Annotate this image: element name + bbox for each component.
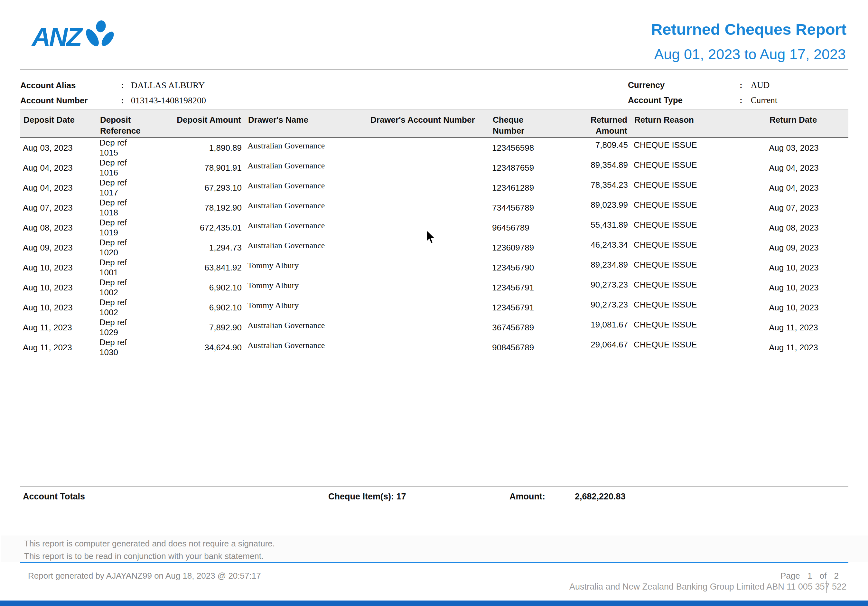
col-header-cheque-number: Cheque Number	[490, 110, 560, 137]
cell-return-reason: CHEQUE ISSUE	[631, 215, 766, 235]
cell-deposit-date: Aug 09, 2023	[20, 238, 97, 258]
mouse-cursor-icon	[425, 230, 437, 245]
cell-deposit-reference: Dep ref 1019	[97, 218, 150, 238]
cell-deposit-amount: 6,902.10	[150, 298, 245, 317]
account-type-label: Account Type	[628, 93, 739, 108]
cell-deposit-amount: 67,293.10	[150, 178, 245, 198]
cell-deposit-date: Aug 11, 2023	[20, 337, 97, 357]
cell-drawers-name: Australian Governance	[245, 236, 367, 256]
separator-colon: :	[739, 80, 742, 90]
cell-deposit-amount: 78,901.91	[150, 158, 245, 178]
col-header-drawers-name: Drawer's Name	[245, 110, 367, 137]
cell-deposit-date: Aug 10, 2023	[20, 298, 97, 317]
cell-return-date: Aug 10, 2023	[766, 298, 848, 317]
account-alias-label: Account Alias	[20, 78, 121, 93]
cell-cheque-number: 123456790	[490, 258, 560, 278]
cell-deposit-amount: 1,294.73	[150, 238, 245, 258]
cell-returned-amount: 46,243.34	[560, 235, 631, 255]
cell-deposit-reference: Dep ref 1016	[97, 158, 150, 178]
cell-drawers-account-number	[367, 298, 490, 317]
total-amount-label: Amount:	[510, 492, 545, 502]
anz-logo-text: ANZ	[32, 24, 81, 50]
cell-drawers-name: Australian Governance	[245, 176, 367, 196]
cell-returned-amount: 7,809.45	[560, 135, 631, 155]
cell-return-reason: CHEQUE ISSUE	[631, 155, 766, 175]
col-header-deposit-amount: Deposit Amount	[150, 110, 245, 137]
company-abn-text: Australia and New Zealand Banking Group …	[569, 582, 846, 592]
account-info-row-1: Account Alias:DALLAS ALBURY Currency:AUD	[20, 78, 848, 93]
cell-deposit-date: Aug 04, 2023	[20, 158, 97, 178]
account-alias-value: DALLAS ALBURY	[131, 80, 205, 90]
cell-return-reason: CHEQUE ISSUE	[631, 315, 766, 334]
cell-return-date: Aug 08, 2023	[766, 218, 848, 238]
cell-cheque-number: 123456791	[490, 278, 560, 298]
separator-colon: :	[121, 96, 124, 105]
cell-drawers-account-number	[367, 158, 490, 178]
cell-cheque-number: 96456789	[490, 218, 560, 238]
cell-deposit-reference: Dep ref 1029	[97, 317, 150, 337]
cell-deposit-date: Aug 07, 2023	[20, 198, 97, 218]
account-info-row-2: Account Number:013143-1408198200 Account…	[20, 93, 848, 108]
col-header-returned-amount: Returned Amount	[560, 110, 631, 137]
account-number-label: Account Number	[20, 93, 121, 108]
cell-return-reason: CHEQUE ISSUE	[631, 334, 766, 354]
cell-returned-amount: 90,273.23	[560, 275, 631, 295]
cell-deposit-amount: 7,892.90	[150, 317, 245, 337]
page-of-label: of	[820, 571, 827, 581]
report-page: ANZ Returned Cheques Report Aug 01, 2023…	[0, 0, 868, 606]
cell-deposit-date: Aug 10, 2023	[20, 278, 97, 298]
total-amount-value: 2,682,220.83	[575, 492, 626, 502]
account-totals-row: Account Totals Cheque Item(s): 17 Amount…	[20, 486, 848, 507]
cell-returned-amount: 55,431.89	[560, 215, 631, 235]
cell-drawers-name: Australian Governance	[245, 156, 367, 176]
cell-drawers-name: Tommy Albury	[245, 276, 367, 295]
cell-deposit-amount: 34,624.90	[150, 337, 245, 357]
cheque-table-body: Aug 03, 2023 Dep ref 1015 1,890.89 Austr…	[20, 137, 848, 358]
cell-deposit-amount: 6,902.10	[150, 278, 245, 298]
account-number: Account Number:013143-1408198200	[20, 96, 206, 105]
cell-returned-amount: 90,273.23	[560, 295, 631, 315]
page-current: 1	[808, 571, 812, 581]
page-title: Returned Cheques Report	[651, 20, 846, 38]
disclaimers: This report is computer generated and do…	[24, 538, 275, 562]
cell-return-date: Aug 07, 2023	[766, 198, 848, 218]
currency-label: Currency	[628, 78, 739, 93]
cell-return-date: Aug 04, 2023	[766, 158, 848, 178]
cell-deposit-reference: Dep ref 1018	[97, 198, 150, 218]
page-label: Page	[780, 571, 800, 581]
cell-deposit-reference: Dep ref 1020	[97, 238, 150, 258]
cell-deposit-amount: 63,841.92	[150, 258, 245, 278]
cell-cheque-number: 123456598	[490, 137, 560, 158]
separator-colon: :	[739, 95, 742, 105]
cell-drawers-account-number	[367, 278, 490, 298]
cell-deposit-date: Aug 08, 2023	[20, 218, 97, 238]
page-indicator: Page 1 of 2	[780, 571, 839, 581]
account-totals-label: Account Totals	[23, 492, 85, 502]
cell-drawers-name: Australian Governance	[245, 135, 367, 156]
account-type: Account Type:Current	[628, 93, 777, 108]
cell-cheque-number: 908456789	[490, 337, 560, 357]
cell-cheque-number: 123456791	[490, 298, 560, 317]
cell-cheque-number: 734456789	[490, 198, 560, 218]
disclaimer-line-2: This report is to be read in conjunction…	[24, 550, 275, 562]
cell-returned-amount: 78,354.23	[560, 175, 631, 195]
cell-drawers-account-number	[367, 337, 490, 357]
cell-returned-amount: 89,234.89	[560, 255, 631, 275]
cell-return-reason: CHEQUE ISSUE	[631, 235, 766, 255]
cell-deposit-amount: 1,890.89	[150, 137, 245, 158]
cell-deposit-reference: Dep ref 1001	[97, 258, 150, 278]
cell-cheque-number: 123487659	[490, 158, 560, 178]
cell-returned-amount: 19,081.67	[560, 315, 631, 334]
cell-deposit-reference: Dep ref 1017	[97, 178, 150, 198]
cell-return-reason: CHEQUE ISSUE	[631, 135, 766, 155]
col-header-return-date: Return Date	[766, 110, 848, 137]
cell-deposit-reference: Dep ref 1030	[97, 337, 150, 357]
cell-deposit-date: Aug 04, 2023	[20, 178, 97, 198]
cell-drawers-name: Australian Governance	[245, 196, 367, 216]
cell-cheque-number: 123461289	[490, 178, 560, 198]
cell-returned-amount: 89,354.89	[560, 155, 631, 175]
cell-cheque-number: 367456789	[490, 317, 560, 337]
col-header-drawers-account-number: Drawer's Account Number	[367, 110, 490, 137]
bottom-blue-bar	[0, 601, 868, 606]
cell-deposit-amount: 78,192.90	[150, 198, 245, 218]
